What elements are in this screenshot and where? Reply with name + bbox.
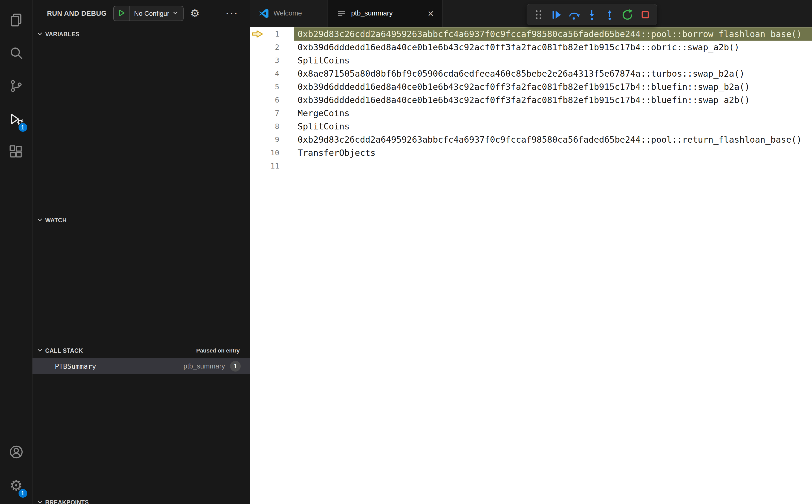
line-number: 6 <box>275 96 279 104</box>
step-into-button[interactable] <box>584 7 600 23</box>
line-number: 2 <box>275 43 279 52</box>
debug-configuration-label: No Configur <box>134 10 169 18</box>
gutter-line-2[interactable]: 2 <box>250 41 279 54</box>
stop-icon <box>639 9 651 21</box>
call-stack-section-header[interactable]: CALL STACK Paused on entry <box>32 343 250 358</box>
code-line[interactable]: 0x8ae871505a80d8bf6bf9c05906cda6edfeea46… <box>294 67 812 80</box>
code-line[interactable]: 0xb29d83c26cdd2a64959263abbcfc4a6937f0c9… <box>294 133 812 146</box>
debug-current-line-arrow-icon <box>252 30 263 38</box>
extensions-icon <box>9 145 24 160</box>
watch-section-header[interactable]: WATCH <box>32 213 250 228</box>
start-debugging-button[interactable] <box>114 6 130 21</box>
gutter-line-11[interactable]: 11 <box>250 159 279 173</box>
vscode-logo-icon <box>259 8 269 19</box>
editor-line-8: 8 SplitCoins <box>250 120 812 133</box>
run-and-debug-sidebar: RUN AND DEBUG No Configur ⚙ ··· <box>32 0 250 504</box>
sidebar-title: RUN AND DEBUG <box>47 10 107 18</box>
editor-line-3: 3 SplitCoins <box>250 54 812 67</box>
breakpoints-section-header[interactable]: BREAKPOINTS <box>32 495 250 504</box>
gutter-line-5[interactable]: 5 <box>250 80 279 93</box>
toolbar-drag-gripper-icon[interactable] <box>531 7 547 23</box>
editor-line-11: 11 <box>250 159 812 173</box>
chevron-down-icon <box>171 9 179 18</box>
step-out-button[interactable] <box>602 7 618 23</box>
code-line[interactable]: 0xb29d83c26cdd2a64959263abbcfc4a6937f0c9… <box>294 27 812 41</box>
summary-file-icon <box>336 8 346 19</box>
continue-icon <box>550 9 563 21</box>
line-number: 1 <box>275 30 279 38</box>
debug-toolbar <box>527 4 657 25</box>
debug-settings-gear-icon[interactable]: ⚙ <box>190 8 200 19</box>
code-line[interactable] <box>294 159 812 173</box>
paused-status-text: Paused on entry <box>196 347 240 354</box>
tab-label: ptb_summary <box>351 9 393 17</box>
gutter-line-7[interactable]: 7 <box>250 107 279 120</box>
line-number: 8 <box>275 122 279 131</box>
chevron-down-icon <box>36 30 44 39</box>
gutter-line-8[interactable]: 8 <box>250 120 279 133</box>
gutter-line-4[interactable]: 4 <box>250 67 279 80</box>
search-icon <box>9 46 24 61</box>
step-over-button[interactable] <box>566 7 582 23</box>
chevron-down-icon <box>36 216 44 225</box>
editor-line-2: 2 0xb39d6dddedd16ed8a40ce0b1e6b43c92acf0… <box>250 41 812 54</box>
editor-line-6: 6 0xb39d6dddedd16ed8a40ce0b1e6b43c92acf0… <box>250 93 812 107</box>
debug-configuration-dropdown[interactable]: No Configur <box>130 9 183 18</box>
breakpoints-section: BREAKPOINTS <box>32 495 250 504</box>
code-line[interactable]: 0xb39d6dddedd16ed8a40ce0b1e6b43c92acf0ff… <box>294 80 812 93</box>
activity-item-search[interactable] <box>3 37 29 70</box>
activity-item-run-and-debug[interactable]: 1 <box>3 103 29 136</box>
breakpoints-section-label: BREAKPOINTS <box>45 499 89 504</box>
variables-section: VARIABLES <box>32 27 250 213</box>
step-into-icon <box>586 9 598 21</box>
code-line[interactable]: TransferObjects <box>294 146 812 159</box>
gutter-line-3[interactable]: 3 <box>250 54 279 67</box>
variables-section-header[interactable]: VARIABLES <box>32 27 250 42</box>
tab-welcome[interactable]: Welcome <box>250 0 328 27</box>
watch-section-label: WATCH <box>45 217 67 224</box>
activity-bar: 1 ⚙ 1 <box>0 0 32 504</box>
account-icon <box>9 445 24 460</box>
call-stack-frame-row[interactable]: PTBSummary ptb_summary 1 <box>32 358 250 374</box>
code-line[interactable]: SplitCoins <box>294 120 812 133</box>
debug-count-badge: 1 <box>18 122 28 132</box>
activity-item-extensions[interactable] <box>3 136 29 169</box>
continue-button[interactable] <box>548 7 565 23</box>
frame-count-badge: 1 <box>230 361 241 372</box>
gutter-line-9[interactable]: 9 <box>250 133 279 146</box>
step-out-icon <box>604 9 616 21</box>
activity-item-settings[interactable]: ⚙ 1 <box>3 469 29 502</box>
gutter-line-1[interactable]: 1 <box>250 27 279 41</box>
line-number: 5 <box>275 82 279 91</box>
gutter-line-10[interactable]: 10 <box>250 146 279 159</box>
activity-item-explorer[interactable] <box>3 4 29 37</box>
files-icon <box>9 13 24 28</box>
code-line[interactable]: SplitCoins <box>294 54 812 67</box>
sidebar-header: RUN AND DEBUG No Configur ⚙ ··· <box>32 0 250 27</box>
gutter-line-6[interactable]: 6 <box>250 93 279 107</box>
editor-group: Welcome ptb_summary × <box>250 0 812 504</box>
activity-item-account[interactable] <box>3 436 29 469</box>
code-line[interactable]: 0xb39d6dddedd16ed8a40ce0b1e6b43c92acf0ff… <box>294 93 812 107</box>
code-line[interactable]: 0xb39d6dddedd16ed8a40ce0b1e6b43c92acf0ff… <box>294 41 812 54</box>
restart-button[interactable] <box>619 7 636 23</box>
stop-button[interactable] <box>637 7 653 23</box>
settings-count-badge: 1 <box>18 488 28 498</box>
restart-icon <box>621 9 634 21</box>
chevron-down-icon <box>36 498 44 504</box>
code-line[interactable]: MergeCoins <box>294 107 812 120</box>
tab-label: Welcome <box>273 9 302 17</box>
line-number: 3 <box>275 56 279 65</box>
editor-line-9: 9 0xb29d83c26cdd2a64959263abbcfc4a6937f0… <box>250 133 812 146</box>
close-icon[interactable]: × <box>428 8 434 19</box>
more-actions-ellipsis-icon[interactable]: ··· <box>226 8 239 19</box>
chevron-down-icon <box>36 346 44 355</box>
editor-line-10: 10 TransferObjects <box>250 146 812 159</box>
step-over-icon <box>568 9 580 21</box>
tab-ptb-summary[interactable]: ptb_summary × <box>328 0 443 27</box>
code-editor: 1 0xb29d83c26cdd2a64959263abbcfc4a6937f0… <box>250 27 812 504</box>
call-stack-section: CALL STACK Paused on entry PTBSummary pt… <box>32 343 250 495</box>
start-debugging-icon <box>117 8 126 19</box>
activity-item-source-control[interactable] <box>3 70 29 103</box>
watch-section: WATCH <box>32 213 250 343</box>
